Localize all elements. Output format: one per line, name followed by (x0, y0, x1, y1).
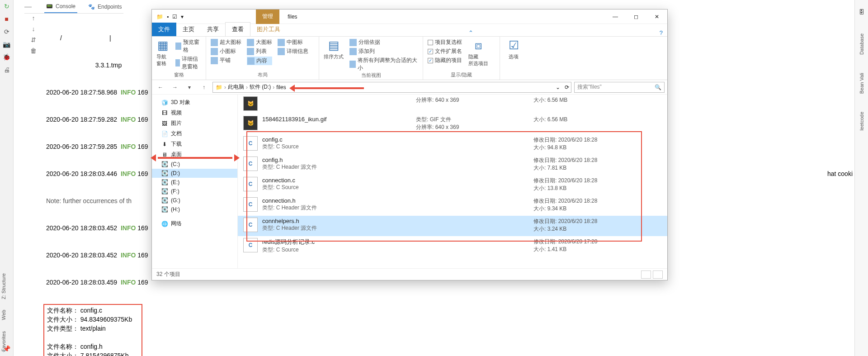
nav-item[interactable]: 🌐网络 (152, 218, 237, 229)
statusbar: 32 个项目 (152, 268, 667, 280)
search-input[interactable]: 搜索"files" 🔍 (574, 82, 665, 93)
nav-item[interactable]: ⬇下载 (152, 139, 237, 149)
qat-drop-icon[interactable]: ▾ (181, 14, 184, 20)
qat-save-icon[interactable]: ▪ (167, 14, 169, 20)
tab-home[interactable]: 主页 (176, 23, 201, 36)
bug-icon[interactable]: 🐞 (3, 53, 10, 61)
nav-forward-icon[interactable]: → (169, 81, 181, 93)
ck-ext[interactable]: ✓文件扩展名 (428, 47, 462, 55)
ck-checkboxes[interactable]: 项目复选框 (428, 38, 462, 46)
nav-item[interactable]: 💽(C:) (152, 160, 237, 169)
view-md[interactable]: 中图标 (278, 38, 308, 46)
window-title: files (288, 14, 297, 20)
nav-history-icon[interactable]: ▾ (184, 81, 195, 93)
tab-view[interactable]: 查看 (225, 22, 250, 36)
view-details-icon[interactable] (641, 271, 651, 279)
ribbon-collapse-icon[interactable]: ⌃ (464, 29, 478, 36)
preview-pane-btn[interactable]: 预览窗格 (175, 38, 201, 54)
view-xl[interactable]: 超大图标 (211, 38, 241, 46)
view-content[interactable]: 内容 (247, 57, 272, 65)
refresh-icon[interactable]: ⟳ (565, 84, 569, 90)
close-button[interactable]: ✕ (646, 9, 667, 24)
manage-tab[interactable]: 管理 (256, 9, 279, 24)
file-row[interactable]: C redis源码分析记录.c类型: C Source 修改日期: 2020/6… (238, 236, 667, 257)
file-row[interactable]: C connection.c类型: C Source 修改日期: 2020/6/… (238, 175, 667, 195)
nav-item[interactable]: 📄文档 (152, 128, 237, 139)
details-pane-btn[interactable]: 详细信息窗格 (175, 55, 201, 71)
breadcrumb-drop-icon[interactable]: ⌄ (556, 84, 560, 90)
file-info-box: 文件名称： config.c 文件大小： 94.8349609375Kb 文件类… (44, 305, 142, 356)
tab-endpoints[interactable]: 🐾 Endpoints (86, 1, 123, 13)
nav-item[interactable]: 🖥桌面 (152, 149, 237, 160)
help-icon[interactable]: ? (655, 29, 667, 36)
search-icon: 🔍 (655, 84, 661, 90)
rerun-icon[interactable]: ↻ (4, 3, 9, 10)
file-row[interactable]: 🐱 1584621183916_ikun.gif 类型: GIF 文件分辨率: … (238, 114, 667, 134)
clear-icon[interactable]: 🗑 (30, 47, 37, 54)
nav-item[interactable]: 💽(F:) (152, 187, 237, 196)
tab-console[interactable]: 📟 Console (44, 0, 77, 13)
hide-items-btn[interactable]: ⧈隐藏所选项目 (467, 38, 489, 67)
left-tab-favorites[interactable]: Favorites (1, 331, 6, 351)
nav-item[interactable]: 💽(E:) (152, 178, 237, 187)
group-by-btn[interactable]: 分组依据 (349, 38, 418, 46)
stop-icon[interactable]: ■ (5, 15, 8, 23)
restart-icon[interactable]: ⟳ (4, 28, 9, 35)
file-row[interactable]: C config.h类型: C Header 源文件 修改日期: 2020/6/… (238, 155, 667, 175)
scroll-end-icon[interactable]: ↑ (32, 14, 35, 22)
nav-item[interactable]: 🎞视频 (152, 108, 237, 118)
left-tab-web[interactable]: Web (1, 310, 6, 320)
tab-pic-tools[interactable]: 图片工具 (250, 23, 287, 36)
address-bar: ← → ▾ ↑ 📁 › 此电脑› 软件 (D:)› files ⌄ ⟳ 搜索"f… (152, 80, 667, 95)
nav-item[interactable]: 💽(D:) (152, 169, 237, 178)
ribbon-tabs: 文件 主页 共享 查看 图片工具 ⌃ ? (152, 24, 667, 37)
nav-up-icon[interactable]: ↑ (198, 81, 210, 93)
console-gutter: ↑ ↓ ⇵ 🗑 (24, 14, 42, 54)
file-row[interactable]: C connhelpers.h类型: C Header 源文件 修改日期: 20… (238, 216, 667, 236)
ribbon: ▦导航窗格 预览窗格 详细信息窗格 窗格 超大图标 小图标 平铺 大图标 列表 … (152, 37, 667, 80)
view-detail[interactable]: 详细信息 (278, 47, 308, 55)
nav-back-icon[interactable]: ← (155, 81, 166, 93)
tab-file[interactable]: 文件 (152, 23, 176, 36)
nav-item[interactable]: 💽(G:) (152, 196, 237, 205)
maximize-button[interactable]: ◻ (626, 9, 646, 24)
folder-icon[interactable]: 📁 (156, 14, 163, 20)
fit-cols-btn[interactable]: 将所有列调整为合适的大小 (349, 57, 418, 72)
filter-icon[interactable]: ⇵ (31, 36, 36, 43)
soft-wrap-icon[interactable]: ↓ (32, 25, 35, 33)
print-icon[interactable]: 🖨 (4, 66, 10, 73)
camera-icon[interactable]: 📷 (3, 41, 10, 48)
file-row[interactable]: 🐱 分辨率: 640 x 369 大小: 6.56 MB (238, 95, 667, 114)
view-tile[interactable]: 平铺 (211, 57, 241, 64)
file-row[interactable]: C connection.h类型: C Header 源文件 修改日期: 202… (238, 195, 667, 216)
view-large-icon[interactable] (653, 271, 663, 279)
add-col-btn[interactable]: 添加列 (349, 47, 418, 55)
sort-btn[interactable]: ▤排序方式 (324, 38, 344, 60)
nav-item[interactable]: 🖼图片 (152, 118, 237, 128)
breadcrumb[interactable]: 📁 › 此电脑› 软件 (D:)› files ⌄ ⟳ (212, 82, 571, 93)
minimize-button[interactable]: — (605, 9, 626, 24)
file-explorer-window: 📁 ▪ ☑ ▾ 管理 files — ◻ ✕ 文件 主页 共享 查看 图片工具 … (151, 9, 668, 280)
navigation-pane[interactable]: 🧊3D 对象🎞视频🖼图片📄文档⬇下载🖥桌面💽(C:)💽(D:)💽(E:)💽(F:… (152, 95, 238, 268)
database-icon[interactable]: 🗄 (859, 9, 864, 15)
view-list[interactable]: 列表 (247, 47, 272, 55)
ck-hidden[interactable]: ✓隐藏的项目 (428, 57, 462, 64)
tab-share[interactable]: 共享 (201, 23, 225, 36)
collapse-icon[interactable]: — (24, 3, 32, 11)
ide-left-tabs: Z: Structure Web Favorites (1, 273, 6, 356)
view-sm[interactable]: 小图标 (211, 47, 241, 55)
nav-item[interactable]: 💽(H:) (152, 205, 237, 214)
file-row[interactable]: C config.c类型: C Source 修改日期: 2020/6/20 1… (238, 134, 667, 155)
nav-pane-btn[interactable]: ▦导航窗格 (156, 38, 170, 67)
view-lg[interactable]: 大图标 (247, 38, 272, 46)
status-count: 32 个项目 (156, 271, 180, 278)
nav-item[interactable]: 🧊3D 对象 (152, 97, 237, 108)
tool-tabs: — 📟 Console 🐾 Endpoints (24, 0, 123, 14)
file-list[interactable]: 🐱 分辨率: 640 x 369 大小: 6.56 MB 🐱 158462118… (238, 95, 667, 268)
qat-check-icon[interactable]: ☑ (172, 14, 177, 20)
left-tab-structure[interactable]: Z: Structure (1, 273, 6, 299)
options-btn[interactable]: ☑选项 (505, 38, 523, 60)
